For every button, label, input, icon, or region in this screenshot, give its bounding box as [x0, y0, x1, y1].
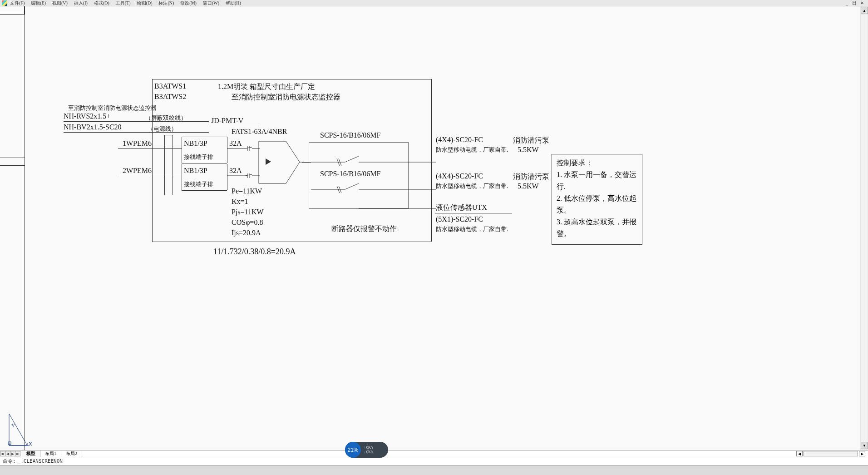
- pump1: 消防潜污泵: [513, 136, 549, 145]
- vertical-scrollbar[interactable]: ▲ ▼: [860, 6, 868, 450]
- ijs: Ijs=20.9A: [232, 229, 261, 237]
- label-1wpem6: 1WPEM6: [123, 139, 152, 148]
- svg-rect-0: [8, 442, 11, 445]
- speed-percent: 21%: [345, 442, 361, 458]
- titleblock-edge: [25, 6, 25, 450]
- tb-w2: [173, 176, 182, 176]
- tab-layout2[interactable]: 布局2: [61, 450, 82, 457]
- hscroll-track[interactable]: [804, 451, 858, 456]
- scroll-up-icon[interactable]: ▲: [861, 7, 868, 14]
- menu-edit[interactable]: 编辑(E): [31, 0, 46, 6]
- leftnote: 至消防控制室消防电源状态监控器: [68, 104, 157, 112]
- tab-layout1[interactable]: 布局1: [40, 450, 61, 457]
- breaker-note: 断路器仅报警不动作: [331, 224, 397, 234]
- os-taskbar[interactable]: [0, 465, 868, 475]
- window-controls[interactable]: _ 日 ✕: [846, 0, 865, 6]
- speed-down: 0K/s: [364, 450, 373, 455]
- label-nb1-a: NB1/3P: [184, 139, 207, 148]
- label-scps1: SCPS-16/B16/06MF: [320, 131, 380, 139]
- menu-window[interactable]: 窗口(W): [203, 0, 219, 6]
- label-jxd-a: 接线端子排: [184, 153, 213, 161]
- menu-format[interactable]: 格式(O): [94, 0, 109, 6]
- box-left: [152, 79, 153, 242]
- label-nb1-b: NB1/3P: [184, 167, 207, 175]
- svg-text:Y: Y: [11, 423, 15, 428]
- menu-dim[interactable]: 标注(N): [158, 0, 174, 6]
- label-b3atws2: B3ATWS2: [154, 93, 186, 101]
- tab-last-icon[interactable]: ⏭: [15, 451, 20, 456]
- kw1: 5.5KW: [518, 146, 539, 154]
- label-b3atws1: B3ATWS1: [154, 82, 186, 90]
- layout-tabs[interactable]: ⏮ ◀ ▶ ⏭ 模型 布局1 布局2 ◀ ▶: [0, 450, 868, 457]
- pump2: 消防潜污泵: [513, 172, 549, 182]
- notes-l1: 1. 水泵一用一备，交替运行.: [557, 169, 637, 193]
- notes-l2: 2. 低水位停泵，高水位起泵。: [557, 193, 637, 216]
- cable3: 防水型移动电缆，厂家自带.: [436, 225, 508, 233]
- hscroll-left-icon[interactable]: ◀: [796, 451, 803, 456]
- drawing-canvas[interactable]: Y X B3ATWS1 B3ATWS2 1.2M明装 箱型尺寸由生产厂定 至消防…: [0, 6, 860, 450]
- calc: 11/1.732/0.38/0.8=20.9A: [213, 247, 296, 257]
- menu-insert[interactable]: 插入(I): [74, 0, 88, 6]
- titleblock-corner: [0, 6, 25, 15]
- label-scps2: SCPS-16/B16/06MF: [320, 170, 380, 178]
- svg-line-13: [345, 183, 359, 189]
- svg-line-10: [345, 156, 359, 162]
- cmd-text: _.CLEANSCREENON: [18, 458, 63, 464]
- command-line[interactable]: 命令: _.CLEANSCREENON: [0, 457, 868, 465]
- tab-nav[interactable]: ⏮ ◀ ▶ ⏭: [0, 451, 22, 456]
- label-rvs: NH-RVS2x1.5+: [64, 112, 110, 120]
- label-mount: 1.2M明装 箱型尺寸由生产厂定: [218, 82, 315, 92]
- kw2: 5.5KW: [518, 182, 539, 190]
- box-top: [152, 79, 431, 79]
- scroll-down-icon[interactable]: ▼: [861, 442, 868, 449]
- ib2l: [182, 164, 182, 190]
- label-fats: FATS1-63A/4NBR: [232, 128, 287, 136]
- jdpmt-line: [209, 126, 259, 126]
- termblk-r: [173, 135, 173, 195]
- sep-line: [435, 213, 512, 213]
- label-jdpmt: JD-PMT-V: [211, 117, 243, 125]
- svg-text:X: X: [29, 441, 32, 446]
- cmd-label: 命令:: [3, 458, 16, 465]
- label-bv: NH-BV2x1.5-SC20: [64, 123, 122, 131]
- ib1t: [182, 137, 227, 137]
- cos: COSφ=0.8: [232, 218, 263, 227]
- menu-bar[interactable]: 文件(F) 编辑(E) 视图(V) 插入(I) 格式(O) 工具(T) 绘图(D…: [0, 0, 868, 6]
- app-icon: [2, 0, 7, 6]
- menu-help[interactable]: 帮助(H): [226, 0, 241, 6]
- out3: (5X1)-SC20-FC: [436, 215, 483, 223]
- box-bottom: [152, 242, 431, 242]
- sensor: 液位传感器UTX: [436, 203, 487, 213]
- schematic-diagram: B3ATWS1 B3ATWS2 1.2M明装 箱型尺寸由生产厂定 至消防控制室消…: [59, 72, 645, 263]
- tab-model[interactable]: 模型: [22, 450, 40, 457]
- ib2b: [182, 190, 227, 191]
- label-jxd-b: 接线端子排: [184, 180, 213, 188]
- menu-tools[interactable]: 工具(T): [116, 0, 131, 6]
- ib1l: [182, 137, 182, 163]
- network-speed-widget[interactable]: 21% 0K/s 0K/s: [345, 442, 388, 458]
- label-fire-monitor: 至消防控制室消防电源状态监控器: [232, 93, 340, 102]
- titleblock-mark: [0, 158, 25, 166]
- ib1b: [182, 163, 227, 163]
- menu-file[interactable]: 文件(F): [10, 0, 25, 6]
- pe: Pe=11KW: [232, 187, 262, 195]
- kx: Kx=1: [232, 198, 248, 206]
- menu-draw[interactable]: 绘图(D): [137, 0, 153, 6]
- hscroll-right-icon[interactable]: ▶: [859, 451, 865, 456]
- menu-view[interactable]: 视图(V): [52, 0, 68, 6]
- notes-box: 控制要求： 1. 水泵一用一备，交替运行. 2. 低水位停泵，高水位起泵。 3.…: [552, 154, 642, 245]
- ats-arrow-icon: [266, 158, 272, 165]
- tb-cap2: [164, 195, 173, 195]
- notes-l3: 3. 超高水位起双泵，并报警。: [557, 216, 637, 240]
- cable1: 防水型移动电缆，厂家自带.: [436, 146, 508, 154]
- wire-rvs: [64, 121, 209, 122]
- scroll-track[interactable]: [861, 15, 868, 442]
- out2: (4X4)-SC20-FC: [436, 172, 483, 180]
- wire-bv: [64, 132, 209, 133]
- label-2wpem6: 2WPEM6: [123, 167, 152, 175]
- ucs-icon: Y X: [7, 411, 34, 448]
- out1: (4X4)-SC20-FC: [436, 136, 483, 144]
- termblk-l: [164, 135, 165, 195]
- menu-modify[interactable]: 修改(M): [180, 0, 197, 6]
- tb-cap1: [164, 135, 173, 135]
